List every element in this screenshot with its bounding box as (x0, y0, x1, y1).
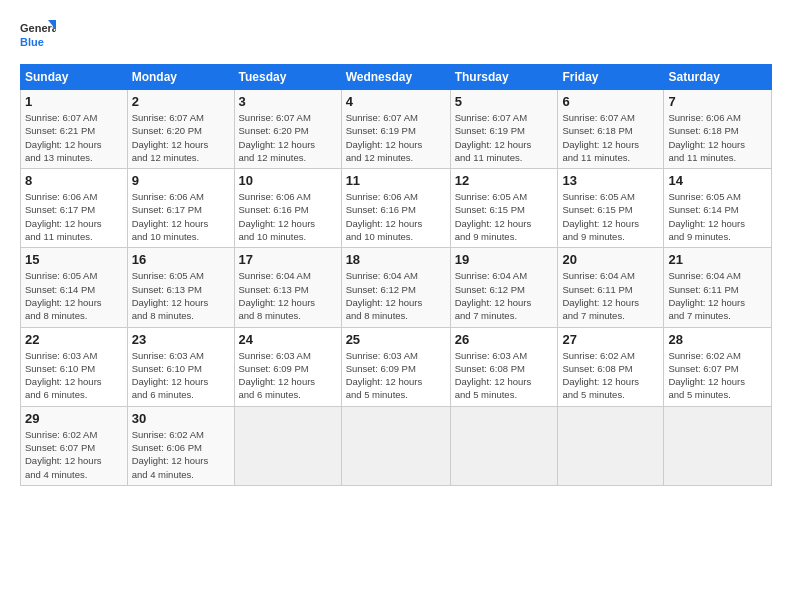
day-info: Sunrise: 6:05 AM Sunset: 6:15 PM Dayligh… (455, 190, 554, 243)
day-number: 8 (25, 173, 123, 188)
day-number: 14 (668, 173, 767, 188)
day-number: 15 (25, 252, 123, 267)
calendar-cell: 24Sunrise: 6:03 AM Sunset: 6:09 PM Dayli… (234, 327, 341, 406)
day-number: 13 (562, 173, 659, 188)
day-info: Sunrise: 6:04 AM Sunset: 6:11 PM Dayligh… (562, 269, 659, 322)
day-number: 1 (25, 94, 123, 109)
calendar-cell: 11Sunrise: 6:06 AM Sunset: 6:16 PM Dayli… (341, 169, 450, 248)
day-number: 16 (132, 252, 230, 267)
header-row: General Blue (20, 18, 772, 54)
day-number: 25 (346, 332, 446, 347)
day-info: Sunrise: 6:07 AM Sunset: 6:18 PM Dayligh… (562, 111, 659, 164)
day-info: Sunrise: 6:05 AM Sunset: 6:15 PM Dayligh… (562, 190, 659, 243)
svg-text:General: General (20, 22, 56, 34)
calendar-cell: 2Sunrise: 6:07 AM Sunset: 6:20 PM Daylig… (127, 90, 234, 169)
calendar-cell (450, 406, 558, 485)
svg-text:Blue: Blue (20, 36, 44, 48)
day-info: Sunrise: 6:05 AM Sunset: 6:13 PM Dayligh… (132, 269, 230, 322)
day-info: Sunrise: 6:05 AM Sunset: 6:14 PM Dayligh… (25, 269, 123, 322)
day-number: 5 (455, 94, 554, 109)
calendar-cell: 20Sunrise: 6:04 AM Sunset: 6:11 PM Dayli… (558, 248, 664, 327)
day-number: 26 (455, 332, 554, 347)
calendar-cell: 1Sunrise: 6:07 AM Sunset: 6:21 PM Daylig… (21, 90, 128, 169)
day-number: 4 (346, 94, 446, 109)
day-number: 17 (239, 252, 337, 267)
day-number: 2 (132, 94, 230, 109)
calendar-cell (341, 406, 450, 485)
calendar-cell: 23Sunrise: 6:03 AM Sunset: 6:10 PM Dayli… (127, 327, 234, 406)
day-info: Sunrise: 6:07 AM Sunset: 6:20 PM Dayligh… (132, 111, 230, 164)
day-number: 30 (132, 411, 230, 426)
calendar-cell: 4Sunrise: 6:07 AM Sunset: 6:19 PM Daylig… (341, 90, 450, 169)
calendar-cell (234, 406, 341, 485)
calendar-cell (558, 406, 664, 485)
day-number: 28 (668, 332, 767, 347)
calendar-cell: 21Sunrise: 6:04 AM Sunset: 6:11 PM Dayli… (664, 248, 772, 327)
day-number: 10 (239, 173, 337, 188)
day-number: 27 (562, 332, 659, 347)
day-number: 24 (239, 332, 337, 347)
day-number: 7 (668, 94, 767, 109)
day-info: Sunrise: 6:02 AM Sunset: 6:07 PM Dayligh… (25, 428, 123, 481)
calendar-cell: 17Sunrise: 6:04 AM Sunset: 6:13 PM Dayli… (234, 248, 341, 327)
day-info: Sunrise: 6:02 AM Sunset: 6:08 PM Dayligh… (562, 349, 659, 402)
calendar-cell: 10Sunrise: 6:06 AM Sunset: 6:16 PM Dayli… (234, 169, 341, 248)
calendar-cell: 30Sunrise: 6:02 AM Sunset: 6:06 PM Dayli… (127, 406, 234, 485)
calendar-cell: 25Sunrise: 6:03 AM Sunset: 6:09 PM Dayli… (341, 327, 450, 406)
calendar-week-row: 22Sunrise: 6:03 AM Sunset: 6:10 PM Dayli… (21, 327, 772, 406)
day-info: Sunrise: 6:06 AM Sunset: 6:16 PM Dayligh… (346, 190, 446, 243)
day-info: Sunrise: 6:03 AM Sunset: 6:09 PM Dayligh… (346, 349, 446, 402)
day-info: Sunrise: 6:03 AM Sunset: 6:10 PM Dayligh… (132, 349, 230, 402)
calendar-cell: 29Sunrise: 6:02 AM Sunset: 6:07 PM Dayli… (21, 406, 128, 485)
day-info: Sunrise: 6:02 AM Sunset: 6:07 PM Dayligh… (668, 349, 767, 402)
weekday-header-friday: Friday (558, 65, 664, 90)
calendar-cell: 15Sunrise: 6:05 AM Sunset: 6:14 PM Dayli… (21, 248, 128, 327)
day-info: Sunrise: 6:06 AM Sunset: 6:16 PM Dayligh… (239, 190, 337, 243)
day-number: 20 (562, 252, 659, 267)
calendar-week-row: 1Sunrise: 6:07 AM Sunset: 6:21 PM Daylig… (21, 90, 772, 169)
calendar-week-row: 8Sunrise: 6:06 AM Sunset: 6:17 PM Daylig… (21, 169, 772, 248)
day-info: Sunrise: 6:06 AM Sunset: 6:17 PM Dayligh… (25, 190, 123, 243)
day-number: 21 (668, 252, 767, 267)
day-number: 18 (346, 252, 446, 267)
day-number: 19 (455, 252, 554, 267)
day-info: Sunrise: 6:04 AM Sunset: 6:11 PM Dayligh… (668, 269, 767, 322)
day-info: Sunrise: 6:04 AM Sunset: 6:12 PM Dayligh… (346, 269, 446, 322)
calendar-week-row: 29Sunrise: 6:02 AM Sunset: 6:07 PM Dayli… (21, 406, 772, 485)
day-info: Sunrise: 6:06 AM Sunset: 6:17 PM Dayligh… (132, 190, 230, 243)
logo: General Blue (20, 18, 56, 54)
day-info: Sunrise: 6:04 AM Sunset: 6:13 PM Dayligh… (239, 269, 337, 322)
calendar-cell: 5Sunrise: 6:07 AM Sunset: 6:19 PM Daylig… (450, 90, 558, 169)
calendar-cell: 14Sunrise: 6:05 AM Sunset: 6:14 PM Dayli… (664, 169, 772, 248)
weekday-header-wednesday: Wednesday (341, 65, 450, 90)
calendar-cell: 9Sunrise: 6:06 AM Sunset: 6:17 PM Daylig… (127, 169, 234, 248)
day-number: 12 (455, 173, 554, 188)
calendar-cell: 6Sunrise: 6:07 AM Sunset: 6:18 PM Daylig… (558, 90, 664, 169)
day-info: Sunrise: 6:04 AM Sunset: 6:12 PM Dayligh… (455, 269, 554, 322)
weekday-header-tuesday: Tuesday (234, 65, 341, 90)
weekday-header-saturday: Saturday (664, 65, 772, 90)
calendar-cell: 19Sunrise: 6:04 AM Sunset: 6:12 PM Dayli… (450, 248, 558, 327)
day-number: 22 (25, 332, 123, 347)
calendar-cell: 3Sunrise: 6:07 AM Sunset: 6:20 PM Daylig… (234, 90, 341, 169)
day-number: 23 (132, 332, 230, 347)
day-info: Sunrise: 6:07 AM Sunset: 6:19 PM Dayligh… (455, 111, 554, 164)
day-number: 6 (562, 94, 659, 109)
day-info: Sunrise: 6:03 AM Sunset: 6:10 PM Dayligh… (25, 349, 123, 402)
calendar-cell: 26Sunrise: 6:03 AM Sunset: 6:08 PM Dayli… (450, 327, 558, 406)
calendar-cell: 27Sunrise: 6:02 AM Sunset: 6:08 PM Dayli… (558, 327, 664, 406)
weekday-header-monday: Monday (127, 65, 234, 90)
weekday-header-sunday: Sunday (21, 65, 128, 90)
logo-svg: General Blue (20, 18, 56, 54)
day-info: Sunrise: 6:05 AM Sunset: 6:14 PM Dayligh… (668, 190, 767, 243)
day-info: Sunrise: 6:07 AM Sunset: 6:20 PM Dayligh… (239, 111, 337, 164)
day-info: Sunrise: 6:07 AM Sunset: 6:21 PM Dayligh… (25, 111, 123, 164)
day-info: Sunrise: 6:07 AM Sunset: 6:19 PM Dayligh… (346, 111, 446, 164)
day-info: Sunrise: 6:06 AM Sunset: 6:18 PM Dayligh… (668, 111, 767, 164)
calendar-cell: 12Sunrise: 6:05 AM Sunset: 6:15 PM Dayli… (450, 169, 558, 248)
day-info: Sunrise: 6:02 AM Sunset: 6:06 PM Dayligh… (132, 428, 230, 481)
weekday-header-thursday: Thursday (450, 65, 558, 90)
calendar-week-row: 15Sunrise: 6:05 AM Sunset: 6:14 PM Dayli… (21, 248, 772, 327)
day-info: Sunrise: 6:03 AM Sunset: 6:09 PM Dayligh… (239, 349, 337, 402)
day-number: 11 (346, 173, 446, 188)
